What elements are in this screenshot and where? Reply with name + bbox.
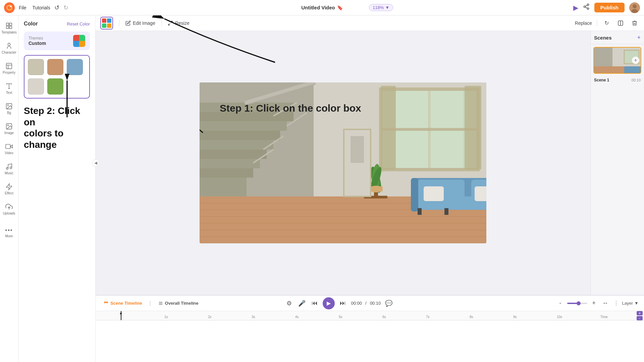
scene-1-container: + Scene 1 00:10 bbox=[591, 47, 644, 82]
swatch-green[interactable] bbox=[47, 78, 63, 95]
ruler-10s: 10s bbox=[557, 315, 600, 319]
more-options-icon[interactable]: ⋮ bbox=[613, 300, 619, 306]
canvas-toolbar: Edit Image Resize Replace ↻ bbox=[96, 15, 644, 31]
replace-button[interactable]: Replace bbox=[575, 20, 592, 26]
svg-rect-34 bbox=[73, 41, 79, 47]
timeline-toolbar: Scene Timeline | Overall Timeline ⚙ 🎤 ⏮ … bbox=[96, 296, 644, 311]
svg-rect-52 bbox=[200, 131, 280, 140]
panel-header: Color Reset Color bbox=[24, 21, 90, 27]
svg-line-36 bbox=[171, 21, 172, 23]
scenes-panel: Scenes + + Sce bbox=[590, 31, 644, 295]
settings-icon[interactable]: ⚙ bbox=[284, 299, 294, 308]
reset-color-button[interactable]: Reset Color bbox=[67, 21, 90, 26]
overall-timeline-label: Overall Timeline bbox=[165, 301, 199, 306]
svg-point-29 bbox=[10, 167, 12, 169]
sidebar-item-uploads[interactable]: Uploads bbox=[0, 199, 18, 219]
zoom-control[interactable]: 118% ▼ bbox=[369, 4, 393, 11]
avatar[interactable] bbox=[629, 2, 640, 13]
ruler-2s: 2s bbox=[208, 315, 252, 319]
svg-rect-57 bbox=[200, 178, 247, 196]
title-area: Untitled Video 🔖 bbox=[301, 5, 343, 10]
ruler-1s: 1s bbox=[164, 315, 208, 319]
skip-forward-button[interactable]: ⏭ bbox=[338, 299, 347, 308]
skip-back-button[interactable]: ⏮ bbox=[310, 299, 319, 308]
current-time: 00:00 bbox=[351, 301, 362, 306]
sidebar-item-text[interactable]: Text bbox=[0, 78, 18, 99]
captions-icon[interactable]: 💬 bbox=[384, 299, 393, 308]
svg-point-23 bbox=[7, 105, 8, 106]
timeline-ruler: ▼ 1s 2s 3s 4s 5s 6s 7s 8s 9s 10s Time + … bbox=[96, 311, 644, 320]
svg-rect-67 bbox=[381, 86, 396, 170]
color-box-button[interactable] bbox=[100, 17, 113, 29]
sidebar-item-effect[interactable]: Effect bbox=[0, 179, 18, 199]
svg-point-5 bbox=[584, 6, 585, 8]
themes-section: Themes Custom bbox=[24, 32, 90, 50]
app-logo[interactable] bbox=[4, 2, 15, 13]
svg-rect-17 bbox=[6, 63, 12, 69]
preview-play-icon[interactable]: ▶ bbox=[573, 4, 578, 12]
timeline-zoom-in-button[interactable]: + bbox=[637, 311, 643, 315]
sidebar-label-uploads: Uploads bbox=[3, 212, 15, 215]
menu-tutorials[interactable]: Tutorials bbox=[33, 5, 50, 10]
add-scene-button[interactable]: + bbox=[637, 34, 641, 41]
svg-rect-14 bbox=[6, 26, 9, 28]
sidebar-item-image[interactable]: Image bbox=[0, 119, 18, 139]
collapse-panel-button[interactable]: ◀ bbox=[92, 159, 99, 167]
total-time: 00:10 bbox=[370, 301, 381, 306]
canvas-frame[interactable]: Step 1: Click on the color box bbox=[200, 82, 486, 243]
sidebar-item-property[interactable]: Property bbox=[0, 58, 18, 78]
edit-image-button[interactable]: Edit Image bbox=[125, 20, 155, 26]
sidebar-item-bg[interactable]: Bg bbox=[0, 99, 18, 119]
zoom-out-button[interactable]: - bbox=[556, 299, 565, 308]
fit-icon[interactable]: ↔ bbox=[601, 299, 610, 308]
swatch-tan[interactable] bbox=[47, 59, 63, 75]
svg-rect-51 bbox=[200, 121, 287, 131]
redo-icon[interactable]: ↻ bbox=[63, 4, 68, 11]
sidebar-label-effect: Effect bbox=[5, 191, 13, 195]
svg-rect-83 bbox=[424, 186, 444, 201]
publish-button[interactable]: Publish bbox=[594, 3, 625, 12]
mic-icon[interactable]: 🎤 bbox=[297, 299, 307, 308]
menu-file[interactable]: File bbox=[19, 5, 26, 10]
delete-icon[interactable] bbox=[630, 18, 639, 28]
svg-rect-99 bbox=[104, 301, 106, 303]
rainbow-color-picker[interactable] bbox=[73, 35, 85, 47]
svg-line-37 bbox=[168, 23, 170, 25]
layout-icon[interactable] bbox=[616, 18, 625, 28]
resize-button[interactable]: Resize bbox=[168, 20, 190, 26]
scenes-title: Scenes bbox=[594, 35, 612, 41]
svg-marker-26 bbox=[10, 145, 12, 148]
sidebar-label-video: Video bbox=[5, 151, 13, 155]
save-status-icon[interactable]: 🔖 bbox=[337, 5, 343, 10]
share-icon[interactable] bbox=[583, 3, 590, 12]
sidebar-label-bg: Bg bbox=[7, 111, 11, 115]
sidebar-item-templates[interactable]: Templates bbox=[0, 18, 18, 38]
tab-separator: | bbox=[149, 300, 151, 306]
swatch-blue[interactable] bbox=[67, 59, 83, 75]
sidebar-item-more[interactable]: ••• More bbox=[0, 223, 18, 243]
timeline-zoom-out-button[interactable]: - bbox=[637, 316, 643, 320]
scene-expand-button[interactable]: + bbox=[632, 57, 639, 64]
sidebar-item-music[interactable]: Music bbox=[0, 159, 18, 179]
playback-controls: ⚙ 🎤 ⏮ ▶ ⏭ 00:00 / 00:10 💬 bbox=[284, 297, 393, 309]
color-panel: Color Reset Color Themes Custom bbox=[18, 15, 96, 362]
swatch-light[interactable] bbox=[28, 78, 44, 95]
overall-timeline-tab[interactable]: Overall Timeline bbox=[156, 299, 201, 307]
zoom-in-button[interactable]: + bbox=[589, 299, 599, 308]
sidebar-item-video[interactable]: Video bbox=[0, 139, 18, 159]
ruler-5s: 5s bbox=[339, 315, 382, 319]
swatch-gray[interactable] bbox=[28, 59, 44, 75]
svg-rect-100 bbox=[106, 301, 108, 303]
undo-icon[interactable]: ↺ bbox=[54, 4, 59, 11]
layer-selector[interactable]: Layer ▼ bbox=[622, 301, 639, 306]
themes-value: Custom bbox=[29, 41, 46, 46]
scene-1-thumbnail[interactable]: + bbox=[593, 47, 641, 74]
play-button[interactable]: ▶ bbox=[323, 297, 335, 309]
scene-timeline-tab[interactable]: Scene Timeline bbox=[101, 299, 145, 307]
sidebar-item-character[interactable]: Character bbox=[0, 38, 18, 58]
svg-rect-98 bbox=[624, 66, 641, 74]
document-title[interactable]: Untitled Video bbox=[301, 5, 335, 10]
refresh-icon[interactable]: ↻ bbox=[602, 18, 611, 28]
svg-rect-85 bbox=[411, 178, 418, 212]
layer-label: Layer bbox=[622, 301, 633, 306]
